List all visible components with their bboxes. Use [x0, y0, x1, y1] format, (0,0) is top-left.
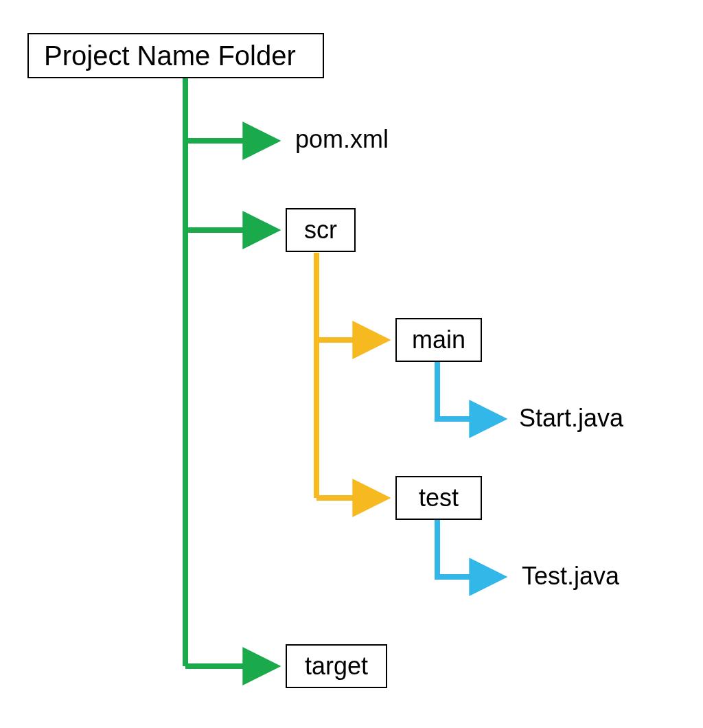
node-main: main — [395, 318, 482, 362]
node-target: target — [286, 644, 387, 688]
connector-layer — [0, 0, 703, 728]
node-start-label: Start.java — [519, 404, 623, 432]
node-pom: pom.xml — [295, 125, 389, 154]
node-start: Start.java — [519, 404, 623, 433]
node-pom-label: pom.xml — [295, 125, 389, 153]
node-root: Project Name Folder — [27, 33, 324, 78]
node-target-label: target — [305, 652, 368, 681]
node-test-label: test — [419, 484, 459, 512]
node-testjava-label: Test.java — [522, 562, 619, 590]
node-root-label: Project Name Folder — [44, 41, 296, 71]
node-testjava: Test.java — [522, 562, 619, 591]
edge-main-to-start — [437, 362, 501, 419]
node-scr-label: scr — [304, 216, 337, 244]
node-main-label: main — [412, 326, 465, 354]
node-test: test — [395, 476, 482, 520]
node-scr: scr — [286, 208, 356, 252]
edge-test-to-testjava — [437, 520, 501, 577]
diagram-canvas: Project Name Folder pom.xml scr main Sta… — [0, 0, 703, 728]
